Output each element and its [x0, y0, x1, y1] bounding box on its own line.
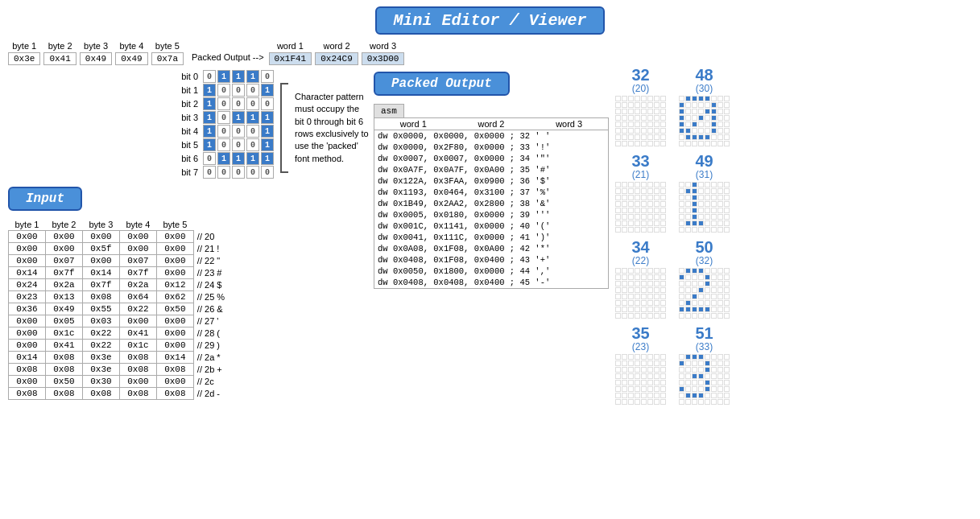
char-pixel-34-r5-c3 [635, 300, 640, 306]
char-pixel-48-r0-c0 [679, 96, 684, 101]
bit-cell-r5-c4[interactable]: 1 [261, 138, 274, 151]
input-cell-r4-c1: 0x2a [45, 279, 82, 291]
bit-cell-r2-c0[interactable]: 1 [203, 97, 216, 110]
bit-cell-r0-c3[interactable]: 1 [246, 70, 259, 83]
char-pixel-51-r7-c1 [685, 399, 691, 405]
bit-cell-r0-c2[interactable]: 1 [232, 70, 245, 83]
bit-cell-r3-c1[interactable]: 0 [217, 111, 230, 124]
bit-cell-r3-c3[interactable]: 1 [246, 111, 259, 124]
input-cell-r10-c2: 0x3e [82, 352, 119, 364]
bit-cell-r4-c3[interactable]: 0 [246, 125, 259, 138]
bit-cell-r1-c3[interactable]: 0 [246, 84, 259, 97]
char-pixel-34-r6-c4 [641, 307, 647, 312]
byte-value-2: 0x41 [43, 52, 76, 65]
bit-cell-r2-c1[interactable]: 0 [217, 97, 230, 110]
char-pixel-35-r1-c7 [660, 360, 666, 366]
char-pixel-50-r7-c5 [711, 313, 717, 319]
bit-cell-r2-c3[interactable]: 0 [246, 97, 259, 110]
bit-cell-r5-c1[interactable]: 0 [217, 138, 230, 151]
bit-cell-r4-c2[interactable]: 0 [232, 125, 245, 138]
bit-cell-r6-c3[interactable]: 1 [246, 152, 259, 165]
char-pixel-34-r1-c1 [622, 274, 627, 280]
bit-cell-r7-c1[interactable]: 0 [217, 166, 230, 179]
bit-cell-r5-c2[interactable]: 0 [232, 138, 245, 151]
bit-cell-r7-c0[interactable]: 0 [203, 166, 216, 179]
char-block-50: 50(32) [679, 239, 730, 319]
bit-cell-r0-c4[interactable]: 0 [261, 70, 274, 83]
char-pixel-35-r3-c6 [654, 373, 660, 379]
bit-cell-r3-c0[interactable]: 1 [203, 111, 216, 124]
bit-cell-r6-c0[interactable]: 0 [203, 152, 216, 165]
bit-cell-r0-c1[interactable]: 1 [217, 70, 230, 83]
bit-cell-r5-c3[interactable]: 0 [246, 138, 259, 151]
output-table-container: word 1 word 2 word 3 dw 0x0000, 0x0000, … [374, 117, 609, 289]
char-column-1: 48(30)49(31)50(32)51(33) [679, 67, 730, 519]
word-label-2: word 2 [324, 41, 350, 51]
bit-cell-r4-c4[interactable]: 1 [261, 125, 274, 138]
bit-cell-r1-c1[interactable]: 0 [217, 84, 230, 97]
char-pixel-50-r1-c1 [685, 274, 691, 280]
char-pixel-49-r3-c2 [692, 201, 697, 207]
char-pixel-49-r5-c3 [698, 214, 704, 220]
bit-cell-r4-c1[interactable]: 0 [217, 125, 230, 138]
char-pixel-50-r0-c6 [717, 268, 723, 274]
char-pixel-34-r7-c3 [635, 313, 640, 319]
input-cell-r3-c3: 0x7f [119, 267, 156, 279]
bit-cell-r3-c4[interactable]: 1 [261, 111, 274, 124]
output-row-12: dw 0x0050, 0x1800, 0x0000 ; 44 ',' [374, 266, 608, 277]
char-pixel-51-r1-c6 [717, 360, 723, 366]
bit-cell-r1-c4[interactable]: 1 [261, 84, 274, 97]
char-pixel-32-r4-c2 [628, 122, 634, 127]
char-pixel-51-r4-c6 [717, 380, 723, 385]
input-table-row: 0x000x000x5f0x000x00// 21 ! [9, 243, 230, 255]
char-pixel-35-r5-c0 [615, 386, 621, 392]
bit-cell-r6-c1[interactable]: 1 [217, 152, 230, 165]
char-pixel-50-r2-c4 [705, 281, 710, 286]
char-number-51: 51 [695, 325, 713, 341]
bit-cell-r7-c4[interactable]: 0 [261, 166, 274, 179]
char-pixel-33-r0-c7 [660, 182, 666, 187]
char-pixel-35-r5-c1 [622, 386, 627, 392]
char-pixel-48-r7-c1 [685, 141, 691, 146]
input-cell-r8-c4: 0x00 [156, 327, 193, 340]
char-pixel-32-r4-c6 [654, 122, 660, 127]
char-pixel-51-r1-c0 [679, 360, 684, 366]
input-cell-r6-c4: 0x50 [156, 303, 193, 315]
char-pixel-33-r0-c4 [641, 182, 647, 187]
char-pixel-34-r4-c7 [660, 294, 666, 299]
bit-cell-r5-c0[interactable]: 1 [203, 138, 216, 151]
input-cell-r4-c4: 0x12 [156, 279, 193, 291]
input-cell-r7-c2: 0x03 [82, 315, 119, 327]
char-pixel-35-r1-c1 [622, 360, 627, 366]
bit-cell-r7-c2[interactable]: 0 [232, 166, 245, 179]
char-pixel-50-r2-c6 [717, 281, 723, 286]
input-comment-r10: // 2a * [193, 352, 229, 364]
asm-tab[interactable]: asm [374, 104, 404, 117]
bit-cell-r6-c4[interactable]: 1 [261, 152, 274, 165]
char-pixel-33-r2-c6 [654, 195, 660, 200]
char-pixel-50-r6-c4 [705, 307, 710, 312]
bit-cell-r0-c0[interactable]: 0 [203, 70, 216, 83]
bit-grid: bit 001110bit 110001bit 210000bit 310111… [169, 70, 274, 179]
bit-cell-r2-c4[interactable]: 0 [261, 97, 274, 110]
char-pixel-34-r4-c4 [641, 294, 647, 299]
bit-cell-r3-c2[interactable]: 1 [232, 111, 245, 124]
byte-label-4: byte 4 [119, 41, 143, 51]
bit-cell-r4-c0[interactable]: 1 [203, 125, 216, 138]
bit-cell-r2-c2[interactable]: 0 [232, 97, 245, 110]
char-pixel-50-r4-c2 [692, 294, 697, 299]
input-cell-r9-c3: 0x1c [119, 340, 156, 352]
bit-cell-r1-c2[interactable]: 0 [232, 84, 245, 97]
bit-cell-r6-c2[interactable]: 1 [232, 152, 245, 165]
char-pixel-33-r7-c0 [615, 227, 621, 233]
bit-cell-r1-c0[interactable]: 1 [203, 84, 216, 97]
char-pixel-50-r7-c2 [692, 313, 697, 319]
input-cell-r10-c3: 0x08 [119, 352, 156, 364]
char-pixel-32-r4-c5 [647, 122, 653, 127]
bit-row-0: bit 001110 [169, 70, 274, 83]
char-pixel-33-r5-c1 [622, 214, 627, 220]
char-pixel-35-r2-c7 [660, 367, 666, 373]
bit-row-6: bit 601111 [169, 152, 274, 165]
bit-cell-r7-c3[interactable]: 0 [246, 166, 259, 179]
char-pixel-48-r2-c5 [711, 109, 717, 114]
